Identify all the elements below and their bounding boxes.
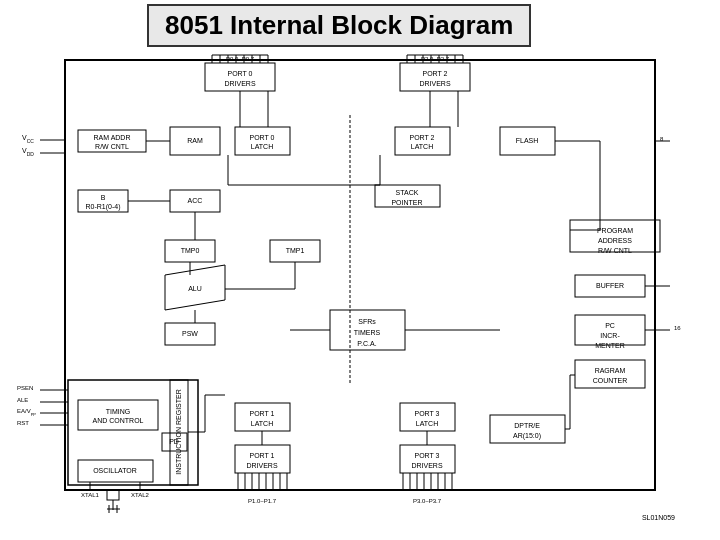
svg-rect-128 (107, 490, 119, 500)
svg-text:ALU: ALU (188, 285, 202, 292)
svg-rect-36 (235, 127, 290, 155)
svg-text:XTAL2: XTAL2 (131, 492, 150, 498)
svg-text:P.C.A.: P.C.A. (357, 340, 376, 347)
svg-text:PORT 2: PORT 2 (409, 134, 434, 141)
svg-text:ALE: ALE (17, 397, 28, 403)
svg-text:PORT 1: PORT 1 (249, 452, 274, 459)
svg-text:MENTER: MENTER (595, 342, 625, 349)
svg-text:PC: PC (605, 322, 615, 329)
svg-text:R0-R1(0-4): R0-R1(0-4) (85, 203, 120, 211)
svg-text:PORT 2: PORT 2 (422, 70, 447, 77)
svg-text:LATCH: LATCH (251, 420, 273, 427)
svg-text:PORT 3: PORT 3 (414, 410, 439, 417)
svg-text:DRIVERS: DRIVERS (246, 462, 277, 469)
svg-text:RAM ADDR: RAM ADDR (94, 134, 131, 141)
svg-text:AND CONTROL: AND CONTROL (93, 417, 144, 424)
svg-text:P0.0~P0.7: P0.0~P0.7 (226, 56, 255, 62)
svg-text:P3.0~P3.7: P3.0~P3.7 (413, 498, 442, 504)
svg-rect-85 (78, 400, 158, 430)
svg-text:TIMERS: TIMERS (354, 329, 381, 336)
svg-text:DPTR/E: DPTR/E (514, 422, 540, 429)
svg-text:XTAL1: XTAL1 (81, 492, 100, 498)
svg-text:AR(15:0): AR(15:0) (513, 432, 541, 440)
svg-text:DRIVERS: DRIVERS (411, 462, 442, 469)
svg-text:LATCH: LATCH (411, 143, 433, 150)
svg-text:FLASH: FLASH (516, 137, 539, 144)
svg-text:INSTRUCTION REGISTER: INSTRUCTION REGISTER (175, 389, 182, 475)
svg-text:R/W CNTL: R/W CNTL (598, 247, 632, 254)
svg-text:OSCILLATOR: OSCILLATOR (93, 467, 137, 474)
block-diagram: VCC VDD PORT 0 DRIVERS PORT 2 DRIVERS P0… (10, 45, 710, 530)
svg-text:P2.0~P2.7: P2.0~P2.7 (421, 56, 450, 62)
svg-text:PORT 0: PORT 0 (227, 70, 252, 77)
svg-text:PORT 1: PORT 1 (249, 410, 274, 417)
svg-text:PROGRAM: PROGRAM (597, 227, 633, 234)
svg-text:SFRs: SFRs (358, 318, 376, 325)
svg-text:16: 16 (674, 325, 681, 331)
svg-text:BUFFER: BUFFER (596, 282, 624, 289)
svg-text:RAGRAM: RAGRAM (595, 367, 626, 374)
svg-text:SL01N059: SL01N059 (642, 514, 675, 521)
svg-text:POINTER: POINTER (391, 199, 422, 206)
svg-text:STACK: STACK (396, 189, 419, 196)
svg-text:LATCH: LATCH (251, 143, 273, 150)
svg-text:PORT 0: PORT 0 (249, 134, 274, 141)
svg-text:B: B (101, 194, 106, 201)
svg-text:LATCH: LATCH (416, 420, 438, 427)
diagram-title: 8051 Internal Block Diagram (147, 4, 531, 47)
svg-text:DRIVERS: DRIVERS (224, 80, 255, 87)
svg-text:VCC: VCC (22, 134, 34, 144)
svg-rect-39 (395, 127, 450, 155)
svg-text:PORT 3: PORT 3 (414, 452, 439, 459)
svg-text:TIMING: TIMING (106, 408, 131, 415)
svg-text:R/W CNTL: R/W CNTL (95, 143, 129, 150)
svg-text:INCR-: INCR- (600, 332, 620, 339)
svg-rect-0 (65, 60, 655, 490)
svg-text:ACC: ACC (188, 197, 203, 204)
svg-text:PSEN: PSEN (17, 385, 33, 391)
svg-text:TMP0: TMP0 (181, 247, 200, 254)
svg-text:COUNTER: COUNTER (593, 377, 628, 384)
svg-text:TMP1: TMP1 (286, 247, 305, 254)
svg-text:RST: RST (17, 420, 29, 426)
svg-text:PD: PD (169, 438, 179, 445)
svg-text:PSW: PSW (182, 330, 198, 337)
svg-text:RAM: RAM (187, 137, 203, 144)
svg-rect-74 (575, 315, 645, 345)
svg-text:EA/VPP: EA/VPP (17, 408, 36, 417)
svg-text:P1.0~P1.7: P1.0~P1.7 (248, 498, 277, 504)
svg-text:ADDRESS: ADDRESS (598, 237, 632, 244)
svg-text:VDD: VDD (22, 147, 34, 157)
svg-text:DRIVERS: DRIVERS (419, 80, 450, 87)
